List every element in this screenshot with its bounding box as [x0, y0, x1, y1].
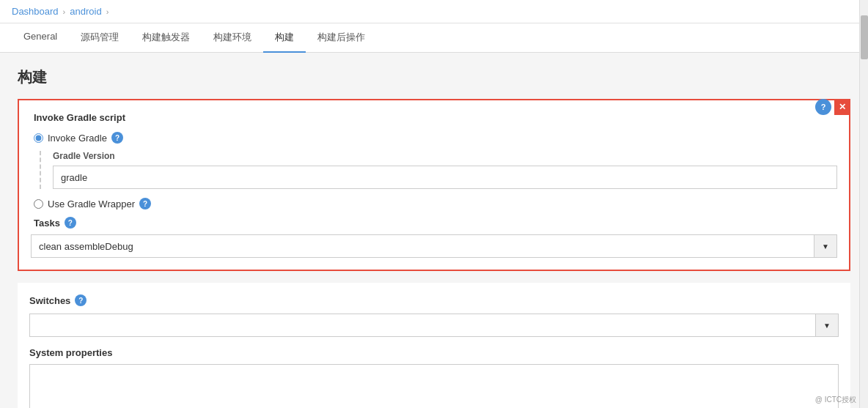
- tasks-label: Tasks: [34, 218, 60, 229]
- tab-source[interactable]: 源码管理: [69, 23, 130, 53]
- tasks-input[interactable]: [31, 234, 814, 258]
- tasks-dropdown-button[interactable]: ▼: [814, 234, 837, 258]
- tab-triggers[interactable]: 构建触发器: [130, 23, 202, 53]
- invoke-gradle-help-icon[interactable]: ?: [111, 132, 123, 144]
- tab-build[interactable]: 构建: [263, 23, 306, 53]
- white-section: Switches ? ▼ System properties: [18, 283, 850, 408]
- breadcrumb: Dashboard › android ›: [0, 0, 868, 23]
- use-gradle-wrapper-label: Use Gradle Wrapper: [48, 199, 135, 209]
- switches-label: Switches: [29, 295, 70, 306]
- breadcrumb-android[interactable]: android: [70, 6, 101, 17]
- gradle-version-subsection: Gradle Version gradle: [40, 151, 837, 189]
- use-gradle-wrapper-row: Use Gradle Wrapper ?: [31, 198, 837, 209]
- breadcrumb-separator-1: ›: [63, 7, 66, 16]
- gradle-section: ✕ ? Invoke Gradle script Invoke Gradle ?…: [18, 99, 850, 271]
- section-close-button[interactable]: ✕: [834, 99, 850, 115]
- switches-row: Switches ?: [29, 294, 839, 306]
- switches-input-group: ▼: [29, 314, 839, 337]
- breadcrumb-dashboard[interactable]: Dashboard: [12, 6, 59, 17]
- tab-post-build[interactable]: 构建后操作: [306, 23, 377, 53]
- gradle-version-select[interactable]: gradle: [53, 166, 837, 189]
- switches-help-icon[interactable]: ?: [75, 294, 87, 306]
- page-title: 构建: [18, 67, 850, 87]
- switches-dropdown-button[interactable]: ▼: [815, 314, 839, 337]
- breadcrumb-separator-2: ›: [106, 7, 109, 16]
- watermark: @ ICTC授权: [815, 395, 856, 405]
- gradle-version-label: Gradle Version: [53, 151, 837, 161]
- main-content: 构建 ✕ ? Invoke Gradle script Invoke Gradl…: [0, 53, 868, 408]
- tab-general[interactable]: General: [12, 23, 69, 53]
- tasks-help-icon[interactable]: ?: [65, 217, 76, 229]
- switches-input[interactable]: [29, 314, 815, 337]
- invoke-gradle-label: Invoke Gradle: [48, 133, 107, 144]
- system-properties-label: System properties: [29, 347, 839, 358]
- tab-environment[interactable]: 构建环境: [202, 23, 263, 53]
- scrollbar-thumb[interactable]: [861, 15, 868, 59]
- section-help-button[interactable]: ?: [815, 99, 831, 115]
- gradle-section-title: Invoke Gradle script: [31, 112, 837, 123]
- scrollbar[interactable]: [859, 0, 868, 408]
- gradle-wrapper-help-icon[interactable]: ?: [139, 198, 151, 209]
- use-gradle-wrapper-radio[interactable]: [34, 199, 43, 209]
- system-properties-textarea[interactable]: [29, 364, 839, 408]
- tab-bar: General 源码管理 构建触发器 构建环境 构建 构建后操作: [0, 23, 868, 53]
- tasks-input-group: ▼: [31, 234, 837, 258]
- tasks-row: Tasks ?: [31, 217, 837, 229]
- invoke-gradle-row: Invoke Gradle ?: [31, 132, 837, 144]
- invoke-gradle-radio[interactable]: [34, 133, 43, 143]
